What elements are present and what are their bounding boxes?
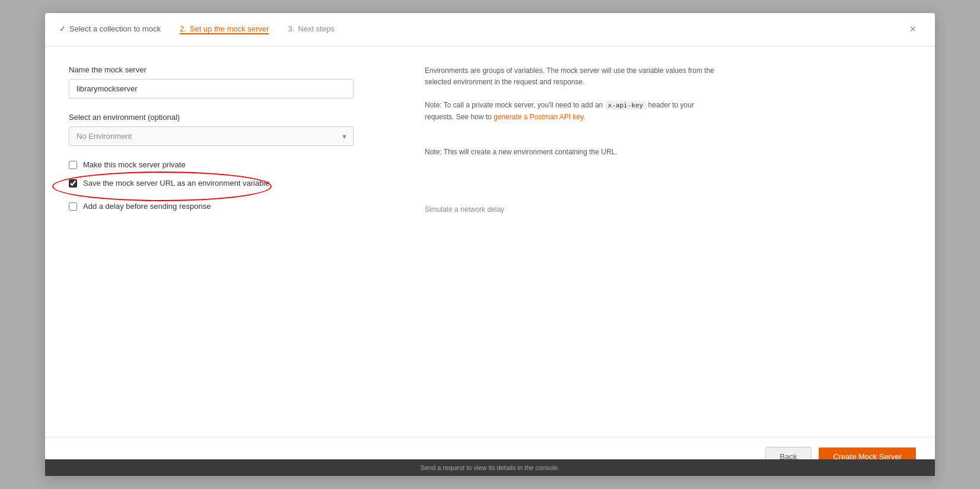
environment-select-wrapper: No Environment ▼ xyxy=(69,126,354,146)
help-section: Environments are groups of variables. Th… xyxy=(401,65,745,418)
delay-checkbox[interactable] xyxy=(69,202,77,211)
step2-prefix: 2. xyxy=(180,24,186,33)
save-url-note-text: Note: This will create a new environment… xyxy=(425,148,618,156)
save-url-checkbox-row: Save the mock server URL as an environme… xyxy=(69,179,377,188)
bottom-bar: Send a request to view its details in th… xyxy=(45,459,935,476)
private-checkbox-label[interactable]: Make this mock server private xyxy=(83,160,186,169)
delay-checkbox-row: Add a delay before sending response xyxy=(69,202,377,211)
save-url-checkbox-label[interactable]: Save the mock server URL as an environme… xyxy=(83,179,270,188)
private-help-note: Note: To call a private mock server, you… xyxy=(425,100,721,122)
private-checkbox-row: Make this mock server private xyxy=(69,160,377,169)
close-button[interactable]: × xyxy=(905,21,921,38)
environment-label: Select an environment (optional) xyxy=(69,113,377,122)
api-key-code: x-api-key xyxy=(605,101,647,110)
env-help-text: Environments are groups of variables. Th… xyxy=(425,65,721,88)
step-3[interactable]: 3. Next steps xyxy=(288,24,334,34)
name-field-group: Name the mock server xyxy=(69,65,377,99)
name-input[interactable] xyxy=(69,79,354,99)
private-checkbox[interactable] xyxy=(69,161,77,169)
generate-key-link[interactable]: generate a Postman API key. xyxy=(494,113,586,121)
save-url-help-note: Note: This will create a new environment… xyxy=(425,147,721,158)
bottom-bar-text: Send a request to view its details in th… xyxy=(421,464,560,471)
form-section: Name the mock server Select an environme… xyxy=(45,65,401,418)
environment-field-group: Select an environment (optional) No Envi… xyxy=(69,113,377,146)
modal-body: Name the mock server Select an environme… xyxy=(45,46,935,437)
private-note-prefix: Note: To call a private mock server, you… xyxy=(425,101,603,109)
modal-dialog: ✓ Select a collection to mock 2. Set up … xyxy=(45,13,935,476)
step2-label: Set up the mock server xyxy=(190,24,269,33)
step-2[interactable]: 2. Set up the mock server xyxy=(180,24,269,34)
save-url-checkbox[interactable] xyxy=(69,179,77,188)
step3-label: Next steps xyxy=(298,24,334,33)
step-1[interactable]: ✓ Select a collection to mock xyxy=(59,24,161,34)
modal-header: ✓ Select a collection to mock 2. Set up … xyxy=(45,13,935,46)
simulate-help-text: Simulate a network delay xyxy=(425,205,721,214)
step1-label: Select a collection to mock xyxy=(69,24,161,33)
modal-overlay: ✓ Select a collection to mock 2. Set up … xyxy=(0,0,980,489)
save-url-area: Save the mock server URL as an environme… xyxy=(69,179,377,188)
step3-prefix: 3. xyxy=(288,24,294,33)
environment-select[interactable]: No Environment xyxy=(69,126,354,146)
name-label: Name the mock server xyxy=(69,65,377,74)
delay-checkbox-label[interactable]: Add a delay before sending response xyxy=(83,202,211,211)
step1-checkmark: ✓ xyxy=(59,24,66,33)
